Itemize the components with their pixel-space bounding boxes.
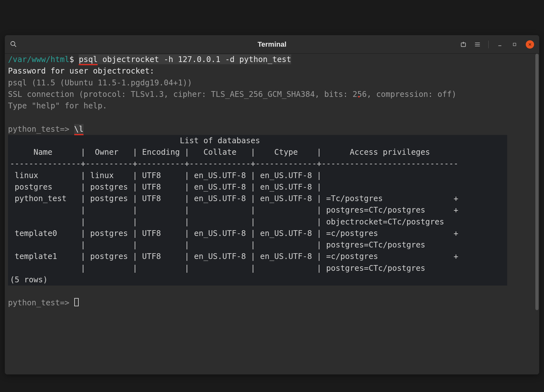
new-tab-icon[interactable] (460, 41, 467, 48)
terminal-body[interactable]: /var/www/html$ psql objectrocket -h 127.… (5, 54, 539, 374)
password-prompt: Password for user objectrocket: (5, 65, 539, 77)
table-row: | | | | | postgres=CTc/postgres + (10, 204, 505, 216)
help-hint: Type "help" for help. (5, 100, 539, 112)
terminal-window: Terminal /var/www/html$ psql objectrocke… (5, 35, 539, 374)
svg-point-0 (11, 41, 15, 45)
table-row: linux | linux | UTF8 | en_US.UTF-8 | en_… (10, 170, 505, 181)
table-row: postgres | postgres | UTF8 | en_US.UTF-8… (10, 181, 505, 193)
row-count: (5 rows) (10, 274, 505, 286)
search-icon[interactable] (10, 41, 18, 48)
table-title-row: List of databases (10, 135, 505, 146)
command-args: objectrocket -h 127.0.0.1 -d python_test (98, 55, 291, 64)
table-body: linux | linux | UTF8 | en_US.UTF-8 | en_… (10, 170, 505, 274)
table-row: template0 | postgres | UTF8 | en_US.UTF-… (10, 228, 505, 239)
ssl-info: SSL connection (protocol: TLSv1.3, ciphe… (5, 89, 539, 100)
minimize-button[interactable] (496, 41, 503, 48)
psql-prompt: python_test=> (8, 298, 69, 307)
table-title: List of databases (180, 136, 260, 145)
window-controls (460, 40, 534, 49)
table-row: | | | | | postgres=CTc/postgres (10, 263, 505, 274)
titlebar: Terminal (5, 35, 539, 54)
db-list-table: List of databases Name | Owner | Encodin… (8, 135, 507, 286)
table-header-row: Name | Owner | Encoding | Collate | Ctyp… (10, 146, 505, 158)
table-separator: ---------------+----------+----------+--… (10, 158, 505, 169)
table-row: template1 | postgres | UTF8 | en_US.UTF-… (10, 251, 505, 262)
scrollbar[interactable] (535, 54, 539, 374)
window-title: Terminal (5, 40, 539, 49)
annotation-dot (358, 96, 360, 98)
cwd-path: /var/www/html (8, 55, 69, 64)
svg-rect-9 (513, 43, 516, 45)
prompt-symbol: $ (69, 55, 74, 64)
psql-command: \l (74, 124, 84, 134)
separator (488, 41, 489, 48)
table-row: python_test | postgres | UTF8 | en_US.UT… (10, 193, 505, 204)
psql-version: psql (11.5 (Ubuntu 11.5-1.pgdg19.04+1)) (5, 77, 539, 89)
table-row: | | | | | postgres=CTc/postgres (10, 239, 505, 251)
maximize-button[interactable] (511, 41, 518, 48)
close-button[interactable] (526, 40, 534, 49)
hamburger-menu-icon[interactable] (474, 41, 481, 48)
cursor (74, 298, 79, 306)
table-row: | | | | | objectrocket=CTc/postgres (10, 216, 505, 228)
scrollbar-thumb[interactable] (535, 54, 539, 310)
svg-line-1 (14, 45, 16, 47)
command-name: psql (79, 55, 98, 64)
psql-prompt: python_test=> (8, 124, 69, 134)
